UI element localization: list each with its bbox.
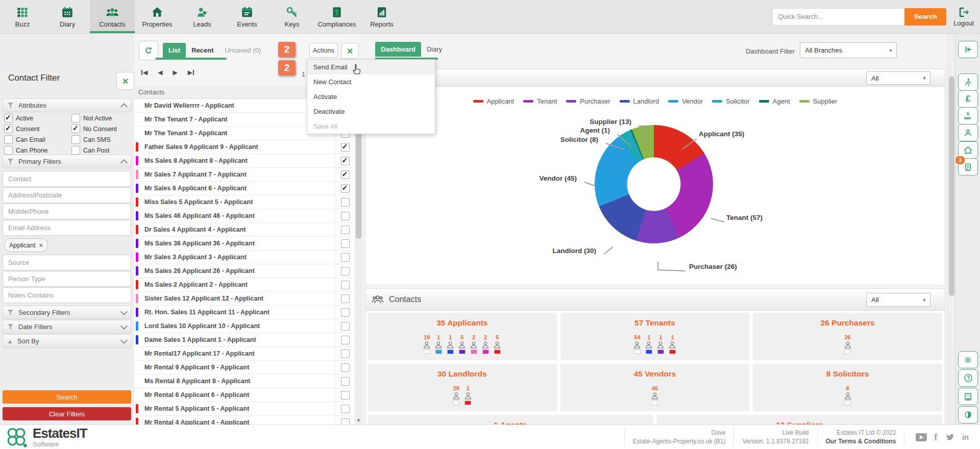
pound-button[interactable]: £: [958, 90, 978, 108]
contact-row[interactable]: Lord Sales 10 Applicant 10 - Applicant: [134, 319, 355, 333]
nav-item-diary[interactable]: Diary: [45, 0, 90, 33]
checkbox[interactable]: [4, 135, 13, 144]
nav-item-events[interactable]: Events: [225, 0, 270, 33]
nav-item-buzz[interactable]: Buzz: [0, 0, 45, 33]
contact-row[interactable]: Sister Sales 12 Applicant 12 - Applicant: [134, 292, 355, 306]
filter-input[interactable]: [3, 271, 131, 287]
menu-item[interactable]: Save All: [307, 119, 435, 134]
attribute-checkbox[interactable]: Consent: [4, 124, 71, 133]
actions-close-button[interactable]: ×: [341, 43, 359, 59]
nav-item-compliances[interactable]: Compliances: [314, 0, 359, 33]
scrollbar-down-arrow[interactable]: ▼: [356, 418, 361, 423]
filter-input[interactable]: [3, 187, 131, 203]
checkbox[interactable]: [71, 124, 80, 133]
attribute-checkbox[interactable]: Active: [4, 114, 71, 122]
checkbox[interactable]: [4, 114, 13, 122]
list-scrollbar[interactable]: ▼: [355, 86, 362, 425]
search-button[interactable]: Search: [904, 8, 946, 26]
logout-button[interactable]: Logout: [953, 6, 974, 27]
youtube-icon[interactable]: [916, 433, 927, 441]
next-page-button[interactable]: ▶: [173, 69, 177, 76]
linkedin-icon[interactable]: in: [962, 433, 969, 441]
contact-row[interactable]: Ms Sales 26 Applicant 26 - Applicant: [134, 264, 355, 278]
document-button[interactable]: 3: [958, 158, 978, 176]
contact-row[interactable]: Mr Sales 7 Applicant 7 - Applicant: [134, 168, 355, 182]
clear-filters-button[interactable]: Clear Filters: [3, 407, 131, 420]
scrollbar-thumb[interactable]: [949, 77, 954, 296]
tab-list[interactable]: List: [163, 43, 186, 58]
primary-filters-section-header[interactable]: Primary Filters: [3, 155, 131, 168]
sort-by-section-header[interactable]: ▲ Sort By: [3, 334, 131, 348]
security-button[interactable]: [958, 406, 978, 423]
filter-input[interactable]: [3, 287, 131, 303]
row-checkbox[interactable]: [341, 212, 350, 220]
prev-page-button[interactable]: ◀: [158, 69, 162, 76]
terms-link[interactable]: Our Terms & Conditions: [826, 438, 896, 445]
contacts-panel-select[interactable]: All: [866, 293, 930, 307]
attribute-checkbox[interactable]: Can Email: [4, 135, 71, 144]
actions-button[interactable]: Actions: [309, 43, 338, 58]
menu-item[interactable]: New Contact: [307, 74, 435, 89]
settings-button[interactable]: [958, 351, 978, 368]
row-checkbox[interactable]: [341, 336, 350, 344]
sidebar-search-button[interactable]: Search: [3, 390, 131, 404]
row-checkbox[interactable]: [341, 170, 350, 179]
filter-input[interactable]: [3, 204, 131, 219]
attribute-checkbox[interactable]: Can Phone: [4, 146, 71, 155]
last-page-button[interactable]: ▶: [188, 69, 194, 76]
help-button[interactable]: ?: [958, 369, 978, 387]
dashboard-scrollbar[interactable]: [947, 33, 955, 425]
row-checkbox[interactable]: [341, 391, 350, 400]
tab-unsaved[interactable]: Unsaved (0): [219, 43, 266, 58]
tab-recent[interactable]: Recent: [186, 43, 219, 58]
branch-select[interactable]: All Branches: [800, 42, 897, 58]
nav-item-contacts[interactable]: Contacts: [90, 0, 135, 33]
contact-row[interactable]: Dr Sales 4 Applicant 4 - Applicant: [134, 223, 355, 237]
row-checkbox[interactable]: [341, 308, 350, 317]
nav-item-keys[interactable]: Keys: [270, 0, 314, 33]
menu-item[interactable]: Activate: [307, 89, 435, 104]
menu-item[interactable]: Send Email: [307, 60, 435, 74]
contact-row[interactable]: Ms Rental 8 Applicant 8 - Applicant: [134, 375, 355, 388]
row-checkbox[interactable]: [341, 253, 350, 262]
checkbox[interactable]: [71, 135, 80, 144]
attribute-checkbox[interactable]: Can SMS: [71, 135, 131, 144]
contact-row[interactable]: Ms Sales 36 Applicant 36 - Applicant: [134, 237, 355, 251]
row-checkbox[interactable]: [341, 267, 350, 276]
filter-input[interactable]: [3, 171, 131, 187]
first-page-button[interactable]: ◀: [141, 69, 148, 76]
contact-row[interactable]: Dame Sales 1 Applicant 1 - Applicant: [134, 333, 355, 347]
row-checkbox[interactable]: [341, 322, 350, 331]
filter-input[interactable]: [3, 255, 131, 270]
checkbox[interactable]: [4, 146, 13, 155]
contact-row[interactable]: Mr Sales 6 Applicant 6 - Applicant: [134, 182, 355, 195]
row-checkbox[interactable]: [341, 350, 350, 358]
contact-row[interactable]: Ms Sales 8 Applicant 8 - Applicant: [134, 154, 355, 168]
quick-search-input[interactable]: [772, 8, 904, 26]
tab-dashboard[interactable]: Dashboard: [375, 42, 421, 57]
row-checkbox[interactable]: [341, 184, 350, 193]
contact-row[interactable]: Rt. Hon. Sales 11 Applicant 11 - Applica…: [134, 306, 355, 319]
contact-row[interactable]: Mr Rental 6 Applicant 6 - Applicant: [134, 388, 355, 402]
secondary-filters-section-header[interactable]: Secondary Filters: [3, 306, 131, 319]
attributes-section-header[interactable]: Attributes: [3, 98, 131, 112]
checkbox[interactable]: [4, 124, 13, 133]
row-checkbox[interactable]: [341, 143, 350, 152]
contact-row[interactable]: Miss Sales 5 Applicant 5 - Applicant: [134, 195, 355, 209]
nav-item-reports[interactable]: Reports: [359, 0, 404, 33]
row-checkbox[interactable]: [341, 377, 350, 386]
nav-item-leads[interactable]: Leads: [180, 0, 225, 33]
checkbox[interactable]: [71, 146, 80, 155]
row-checkbox[interactable]: [341, 198, 350, 207]
nav-item-properties[interactable]: Properties: [135, 0, 180, 33]
tab-diary[interactable]: Diary: [421, 42, 448, 57]
menu-item[interactable]: Deactivate: [307, 104, 435, 119]
contact-row[interactable]: Ms Sales 46 Applicant 46 - Applicant: [134, 209, 355, 223]
attribute-checkbox[interactable]: No Consent: [71, 124, 131, 133]
attribute-checkbox[interactable]: Can Post: [71, 146, 131, 155]
chip-remove-icon[interactable]: ×: [39, 241, 43, 249]
attribute-checkbox[interactable]: Not Active: [71, 114, 131, 122]
contact-row[interactable]: Mr Rental 5 Applicant 5 - Applicant: [134, 402, 355, 416]
row-checkbox[interactable]: [341, 294, 350, 303]
row-checkbox[interactable]: [341, 405, 350, 413]
